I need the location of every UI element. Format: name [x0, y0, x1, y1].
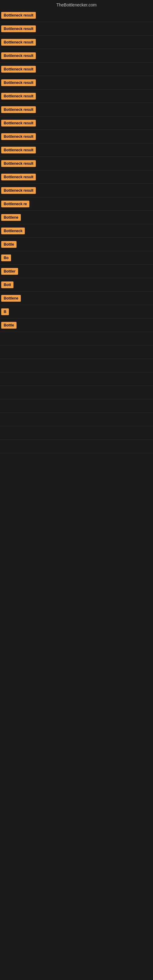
list-item[interactable]: Bottleneck result	[0, 22, 153, 35]
list-item[interactable]	[0, 399, 153, 413]
list-item[interactable]: Bottler	[0, 265, 153, 278]
list-item[interactable]: B	[0, 305, 153, 318]
bottleneck-result-badge: Bottle	[1, 241, 16, 248]
list-item[interactable]: Bottleneck result	[0, 184, 153, 197]
list-item[interactable]: Bottle	[0, 238, 153, 251]
bottleneck-result-badge: Bottlene	[1, 295, 21, 302]
bottleneck-result-badge: Bottlene	[1, 214, 21, 221]
list-item[interactable]: Bottleneck result	[0, 170, 153, 184]
list-item[interactable]: Bottleneck result	[0, 62, 153, 76]
bottleneck-result-badge: Bottleneck result	[1, 52, 36, 59]
site-header: TheBottlenecker.com	[0, 0, 153, 9]
bottleneck-result-badge: Bottler	[1, 268, 18, 275]
list-item[interactable]: Bottleneck result	[0, 89, 153, 103]
bottleneck-result-badge: Bottleneck	[1, 228, 25, 234]
list-item[interactable]	[0, 345, 153, 359]
bottleneck-result-badge: Bottleneck result	[1, 106, 36, 113]
list-item[interactable]: Bottleneck result	[0, 76, 153, 89]
bottleneck-result-badge: Bottleneck result	[1, 160, 36, 167]
list-item[interactable]	[0, 440, 153, 453]
bottleneck-result-badge: Bottleneck result	[1, 147, 36, 153]
bottleneck-result-badge: Bottleneck result	[1, 12, 36, 19]
bottleneck-result-badge: Bottle	[1, 322, 16, 329]
list-item[interactable]: Bottleneck result	[0, 130, 153, 143]
bottleneck-result-badge: Bottleneck result	[1, 39, 36, 46]
bottleneck-result-badge: Bottleneck result	[1, 25, 36, 32]
list-item[interactable]: Bottleneck	[0, 224, 153, 238]
list-item[interactable]: Bottleneck re	[0, 197, 153, 211]
list-item[interactable]: Bottlene	[0, 291, 153, 305]
list-item[interactable]	[0, 426, 153, 440]
list-item[interactable]: Bottlene	[0, 211, 153, 224]
list-item[interactable]: Bottleneck result	[0, 103, 153, 116]
bottleneck-result-badge: Bo	[1, 255, 11, 261]
bottleneck-result-badge: B	[1, 309, 9, 315]
list-item[interactable]: Bottleneck result	[0, 35, 153, 49]
list-item[interactable]	[0, 372, 153, 386]
list-item[interactable]: Bottleneck result	[0, 143, 153, 157]
bottleneck-result-badge: Bottleneck result	[1, 66, 36, 73]
list-item[interactable]: Bottleneck result	[0, 116, 153, 130]
bottleneck-result-badge: Bott	[1, 282, 13, 288]
list-item[interactable]	[0, 332, 153, 345]
list-item[interactable]: Bottle	[0, 318, 153, 332]
bottleneck-result-badge: Bottleneck result	[1, 173, 36, 180]
list-item[interactable]: Bottleneck result	[0, 9, 153, 22]
list-item[interactable]	[0, 359, 153, 372]
list-item[interactable]: Bottleneck result	[0, 49, 153, 62]
list-item[interactable]: Bott	[0, 278, 153, 291]
bottleneck-result-badge: Bottleneck result	[1, 133, 36, 140]
site-title: TheBottlenecker.com	[56, 2, 97, 7]
list-item[interactable]	[0, 413, 153, 426]
bottleneck-result-badge: Bottleneck result	[1, 120, 36, 126]
bottleneck-result-badge: Bottleneck result	[1, 79, 36, 86]
list-item[interactable]: Bottleneck result	[0, 157, 153, 170]
list-item[interactable]	[0, 386, 153, 399]
list-item[interactable]: Bo	[0, 251, 153, 265]
bottleneck-result-badge: Bottleneck re	[1, 200, 29, 207]
bottleneck-result-badge: Bottleneck result	[1, 187, 36, 194]
bottleneck-result-badge: Bottleneck result	[1, 93, 36, 100]
